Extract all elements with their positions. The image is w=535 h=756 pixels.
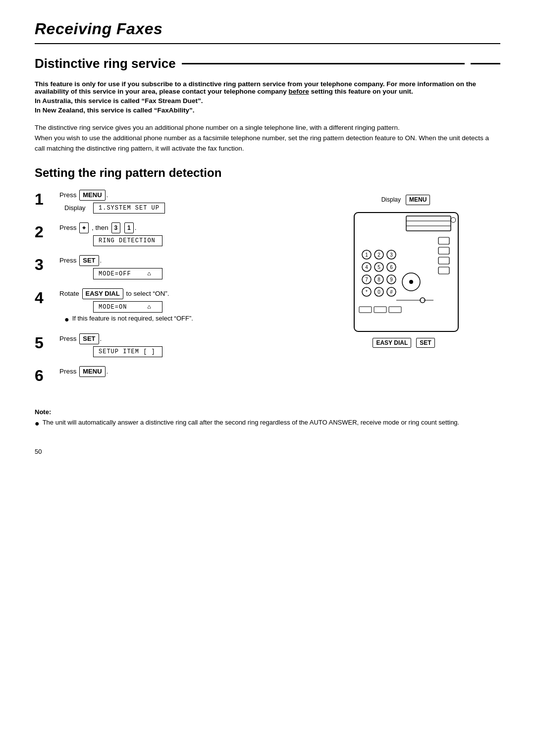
step-2-text: Press ⌖ , then 3 1. [59, 222, 312, 233]
step-3-press: Press [59, 257, 77, 264]
step-4-bullet: ● If this feature is not required, selec… [64, 315, 312, 324]
step-5-set-key: SET [79, 333, 99, 344]
step-3: 3 Press SET. MODE=OFF ♺ [35, 255, 312, 279]
step-6-menu-key: MENU [79, 366, 105, 377]
step-6-press: Press [59, 368, 77, 375]
step-6: 6 Press MENU. [35, 366, 312, 384]
device-diagram: 1 2 3 4 5 6 7 8 9 * 0 # [352, 210, 461, 334]
body-text: The distinctive ring service gives you a… [35, 123, 500, 154]
step-1-display-screen: 1.SYSTEM SET UP [93, 203, 165, 214]
svg-rect-39 [374, 307, 386, 313]
intro-underline: before [288, 88, 309, 95]
step-1-press: Press [59, 191, 77, 199]
step-1-text: Press MENU. [59, 190, 312, 201]
intro-line2: In Australia, this service is called “Fa… [35, 97, 500, 105]
step-4-select: to select “ON”. [126, 290, 169, 297]
svg-text:6: 6 [390, 265, 393, 270]
step-5-number: 5 [35, 333, 59, 352]
device-bottom-buttons: EASY DIAL SET [372, 338, 440, 348]
step-1-number: 1 [35, 190, 59, 208]
svg-text:5: 5 [377, 265, 380, 270]
svg-text:9: 9 [390, 277, 393, 282]
step-5-display-screen: SETUP ITEM [ ] [93, 346, 162, 357]
step-4-bullet-text: If this feature is not required, select … [72, 315, 193, 322]
section1-heading-text: Distinctive ring service [35, 56, 176, 71]
step-4-display: MODE=ON ♺ [64, 301, 312, 313]
bullet-dot-4: ● [64, 315, 69, 324]
device-top-row: Display MENU [381, 195, 431, 205]
device-menu-label: MENU [406, 195, 430, 205]
svg-rect-1 [406, 216, 451, 231]
svg-rect-40 [389, 307, 401, 313]
note-bullet-dot: ● [35, 419, 40, 428]
intro-block: This feature is only for use if you subs… [35, 80, 500, 114]
step-5-text: Press SET. [59, 333, 312, 344]
page-title-container: Receiving Faxes [35, 20, 500, 44]
section1-heading-line2 [471, 63, 500, 64]
step-4-text: Rotate EASY DIAL to select “ON”. [59, 288, 312, 299]
step-2-key2: 3 [111, 222, 121, 233]
step-3-set-key: SET [79, 255, 99, 266]
device-display-label: Display [381, 196, 401, 203]
steps-area: 1 Press MENU. Display 1.SYSTEM SET UP 2 … [35, 190, 500, 393]
body-text-1: The distinctive ring service gives you a… [35, 123, 500, 133]
section2-heading: Setting the ring pattern detection [35, 166, 500, 180]
intro-line3: In New Zealand, this service is called “… [35, 107, 500, 114]
step-5-press: Press [59, 335, 77, 342]
step-4-easy-dial-key: EASY DIAL [82, 288, 123, 299]
step-2: 2 Press ⌖ , then 3 1. RING DETECTION [35, 222, 312, 246]
step-1-content: Press MENU. Display 1.SYSTEM SET UP [59, 190, 312, 214]
step-4-rotate: Rotate [59, 290, 79, 297]
svg-text:7: 7 [365, 277, 368, 282]
step-4: 4 Rotate EASY DIAL to select “ON”. MODE=… [35, 288, 312, 324]
note-section: Note: ● The unit will automatically answ… [35, 408, 500, 428]
step-2-key3: 1 [124, 222, 134, 233]
step-2-then: , then [92, 224, 108, 231]
step-3-text: Press SET. [59, 255, 312, 266]
step-2-display-screen: RING DETECTION [93, 235, 162, 246]
svg-rect-29 [438, 237, 449, 244]
svg-text:8: 8 [377, 277, 380, 282]
body-text-2: When you wish to use the additional phon… [35, 133, 500, 154]
svg-text:3: 3 [390, 252, 393, 258]
steps-column: 1 Press MENU. Display 1.SYSTEM SET UP 2 … [35, 190, 312, 393]
step-2-content: Press ⌖ , then 3 1. RING DETECTION [59, 222, 312, 246]
step-5-display: SETUP ITEM [ ] [64, 346, 312, 357]
device-set-label: SET [416, 338, 434, 348]
section1-heading-line [182, 63, 465, 64]
svg-rect-30 [438, 247, 449, 254]
step-4-display-screen: MODE=ON ♺ [93, 301, 162, 313]
step-3-content: Press SET. MODE=OFF ♺ [59, 255, 312, 279]
page-title: Receiving Faxes [35, 20, 500, 38]
step-6-text: Press MENU. [59, 366, 312, 377]
svg-text:*: * [366, 289, 368, 295]
step-6-content: Press MENU. [59, 366, 312, 379]
section1-heading: Distinctive ring service [35, 56, 500, 71]
svg-point-4 [451, 217, 456, 222]
step-2-display: RING DETECTION [64, 235, 312, 246]
step-2-press: Press [59, 224, 77, 231]
device-column: Display MENU 1 2 3 4 5 [312, 190, 500, 393]
note-bullet: ● The unit will automatically answer a d… [35, 419, 500, 428]
svg-text:0: 0 [377, 289, 380, 295]
step-3-display-screen: MODE=OFF ♺ [93, 268, 162, 279]
step-1-display: Display 1.SYSTEM SET UP [64, 203, 312, 214]
svg-rect-32 [438, 267, 449, 274]
step-4-content: Rotate EASY DIAL to select “ON”. MODE=ON… [59, 288, 312, 324]
intro-para1: This feature is only for use if you subs… [35, 80, 500, 95]
svg-text:1: 1 [365, 252, 368, 258]
svg-text:2: 2 [377, 252, 380, 258]
note-title: Note: [35, 408, 500, 416]
step-4-number: 4 [35, 288, 59, 307]
svg-rect-38 [359, 307, 372, 313]
step-3-number: 3 [35, 255, 59, 273]
step-1-display-label: Display [64, 204, 89, 212]
step-6-number: 6 [35, 366, 59, 384]
step-2-key1: ⌖ [79, 222, 89, 233]
step-3-display: MODE=OFF ♺ [64, 268, 312, 279]
svg-rect-31 [438, 257, 449, 264]
device-easy-dial-label: EASY DIAL [373, 338, 411, 348]
step-1: 1 Press MENU. Display 1.SYSTEM SET UP [35, 190, 312, 214]
svg-text:4: 4 [365, 265, 368, 270]
note-text: The unit will automatically answer a dis… [43, 419, 460, 426]
